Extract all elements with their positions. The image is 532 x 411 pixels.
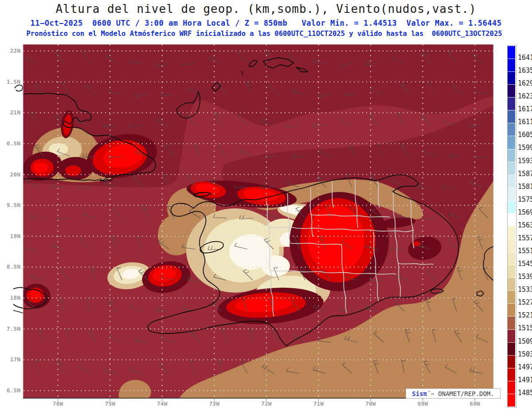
colorbar-swatch xyxy=(508,290,515,303)
lon-tick-label: 72W xyxy=(261,400,271,407)
colorbar-swatch xyxy=(508,381,515,394)
lon-tick-label: 70W xyxy=(365,400,376,407)
lon-tick-label: 68W xyxy=(469,400,480,407)
colorbar-swatch xyxy=(508,175,515,188)
colorbar-tick-label: 1539 xyxy=(518,273,532,281)
colorbar-swatch xyxy=(508,97,515,110)
colorbar-tick-label: 1575 xyxy=(518,196,532,204)
colorbar-swatch xyxy=(508,136,515,149)
colorbar-swatch xyxy=(508,239,515,252)
lat-tick-label: 6.5N xyxy=(0,387,20,394)
colorbar-swatch xyxy=(508,368,515,381)
colorbar-tick-label: 1527 xyxy=(518,298,532,306)
lon-tick-label: 74W xyxy=(157,400,167,407)
colorbar-tick-label: 1641 xyxy=(518,54,532,62)
lat-tick-label: 9.5N xyxy=(0,202,20,208)
colorbar-swatch xyxy=(508,59,515,71)
lon-tick-label: 69W xyxy=(418,400,428,407)
lon-tick-label: 71W xyxy=(313,400,324,407)
colorbar-tick-label: 1635 xyxy=(518,67,532,74)
lat-tick-label: 8.5N xyxy=(0,263,20,270)
colorbar-tick-label: 1623 xyxy=(518,92,532,100)
colorbar-tick-label: 1497 xyxy=(518,363,532,371)
colorbar-tick-label: 1605 xyxy=(518,131,532,139)
weather-map-app: { "header": { "title": "Altura del nivel… xyxy=(0,0,532,411)
colorbar-swatch xyxy=(508,71,515,84)
colorbar-tick-label: 1563 xyxy=(518,221,532,229)
colorbar-swatch xyxy=(508,162,515,175)
colorbar-swatch xyxy=(508,226,515,239)
watermark-brand: Sisπ́ xyxy=(412,390,427,397)
colorbar-tick-label: 1569 xyxy=(518,208,532,216)
colorbar-tick-label: 1521 xyxy=(518,311,532,319)
lon-tick-label: 73W xyxy=(209,400,219,407)
colorbar-swatch xyxy=(508,149,515,162)
colorbar-swatch xyxy=(508,355,515,368)
lat-tick-label: 18N xyxy=(0,294,20,301)
colorbar-swatch xyxy=(508,329,515,342)
colorbar-tick-label: 1545 xyxy=(518,260,532,268)
colorbar-swatch xyxy=(508,188,515,200)
colorbar-tick-label: 1629 xyxy=(518,79,532,87)
lon-tick-label: 75W xyxy=(105,400,115,407)
colorbar-swatch xyxy=(508,316,515,329)
lat-tick-label: 17N xyxy=(0,356,20,363)
lat-tick-label: 19N xyxy=(0,233,20,239)
colorbar-tick-label: 1599 xyxy=(518,144,532,152)
colorbar-tick-label: 1587 xyxy=(518,170,532,178)
colorbar-tick-label: 1593 xyxy=(518,157,532,165)
colorbar-tick-label: 1581 xyxy=(518,183,532,191)
lon-tick-label: 76W xyxy=(53,400,63,407)
lat-tick-label: 7.5N xyxy=(0,325,20,332)
lat-tick-label: 20N xyxy=(0,171,20,178)
watermark-org: − ONAMET/REP.DOM. xyxy=(427,390,494,397)
colorbar-swatch xyxy=(508,123,515,136)
colorbar-swatch xyxy=(508,213,515,226)
colorbar-swatch xyxy=(508,394,515,407)
lat-tick-label: 0.5N xyxy=(0,140,20,147)
colorbar-tick-label: 1533 xyxy=(518,286,532,294)
colorbar-tick-label: 1551 xyxy=(518,247,532,255)
colorbar-swatch xyxy=(508,84,515,97)
colorbar-swatch xyxy=(508,278,515,290)
colorbar-tick-label: 1611 xyxy=(518,118,532,126)
model-init-subtitle: Pronóstico con el Modelo Atmósferico WRF… xyxy=(26,30,502,38)
colorbar-tick-label: 1503 xyxy=(518,350,532,358)
valid-time-subtitle: 11−Oct−2025 0600 UTC / 3:00 am Hora Loca… xyxy=(31,19,502,27)
map-plot xyxy=(0,0,532,411)
colorbar-swatch xyxy=(508,46,515,59)
lat-tick-label: 21N xyxy=(0,109,20,116)
colorbar-tick-label: 1509 xyxy=(518,337,532,345)
lat-tick-label: 1.5N xyxy=(0,78,20,85)
watermark-badge: Sisπ́ − ONAMET/REP.DOM. xyxy=(406,388,501,399)
colorbar-swatch xyxy=(508,252,515,265)
colorbar-tick-label: 1617 xyxy=(518,105,532,113)
lat-tick-label: 22N xyxy=(0,47,20,54)
colorbar-swatch xyxy=(508,110,515,123)
colorbar-swatch xyxy=(508,265,515,278)
colorbar-swatch xyxy=(508,303,515,316)
page-title: Altura del nivel de geop. (km,somb.), Vi… xyxy=(55,2,476,16)
colorbar-swatch xyxy=(508,342,515,355)
colorbar-tick-label: 1515 xyxy=(518,324,532,332)
colorbar-tick-label: 1557 xyxy=(518,234,532,242)
colorbar-tick-label: 1491 xyxy=(518,376,532,384)
contour-fill-layer xyxy=(19,44,493,398)
colorbar-swatch xyxy=(508,200,515,213)
colorbar-tick-label: 1485 xyxy=(518,389,532,397)
